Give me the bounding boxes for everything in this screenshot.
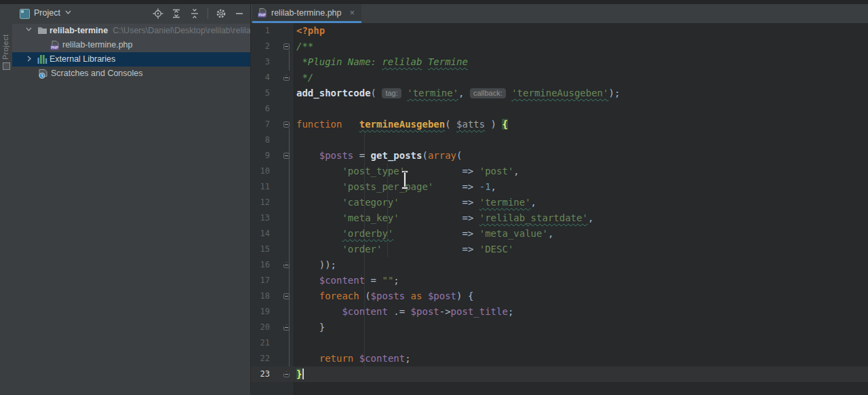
code-line[interactable]: 4 */ (251, 70, 868, 86)
code-line[interactable]: 16 )); (251, 257, 868, 273)
code-line[interactable]: 7function termineAusgeben( $atts ) { (251, 117, 868, 132)
code-text: 'meta_key' => 'relilab_startdate', (296, 210, 593, 226)
line-number[interactable]: 18 (251, 288, 270, 304)
code-line[interactable]: 23} (251, 366, 868, 382)
line-number[interactable]: 19 (251, 304, 270, 320)
project-panel-title[interactable]: Project (34, 8, 60, 18)
line-number[interactable]: 14 (251, 226, 270, 242)
line-number[interactable]: 13 (251, 210, 270, 226)
code-text: 'posts_per_page' => -1, (296, 179, 496, 195)
settings-gear-icon[interactable] (216, 8, 226, 19)
line-number[interactable]: 2 (251, 39, 270, 54)
token (422, 56, 427, 67)
token: ( (359, 290, 371, 301)
line-number[interactable]: 11 (251, 179, 270, 195)
code-line[interactable]: 13 'meta_key' => 'relilab_startdate', (251, 210, 868, 226)
fold-column (282, 132, 292, 148)
tool-window-stripe: Project (0, 4, 13, 395)
token: => (382, 244, 479, 255)
tree-item-php-file[interactable]: PHP relilab-termine.php (12, 38, 250, 52)
line-number[interactable]: 6 (251, 101, 270, 117)
token: ; (393, 275, 399, 286)
fold-close-icon[interactable] (283, 324, 290, 331)
fold-open-icon[interactable] (283, 293, 290, 299)
line-number[interactable]: 16 (251, 257, 270, 273)
tree-item-project-root[interactable]: relilab-termineC:\Users\Daniel\Desktop\r… (12, 24, 250, 38)
project-panel: Project (12, 4, 251, 395)
toolbar-divider (208, 8, 208, 19)
code-line[interactable]: 15 'order' => 'DESC' (251, 242, 868, 257)
token: 'order' (342, 244, 382, 255)
line-number[interactable]: 23 (251, 366, 270, 382)
code-line[interactable]: 21 (251, 335, 868, 351)
line-number[interactable]: 10 (251, 164, 270, 179)
project-tool-icon[interactable] (3, 62, 10, 70)
line-number[interactable]: 22 (251, 351, 270, 366)
code-line[interactable]: 2/** (251, 39, 868, 54)
code-line[interactable]: 5add_shortcode( tag: 'termine', callback… (251, 86, 868, 101)
line-number[interactable]: 1 (251, 23, 270, 39)
line-number[interactable]: 3 (251, 54, 270, 70)
fold-open-icon[interactable] (283, 121, 290, 128)
fold-column (282, 351, 292, 366)
code-line[interactable]: 1<?php (251, 23, 868, 39)
line-number[interactable]: 9 (251, 148, 270, 164)
tab-relilab-termine-php[interactable]: PHP relilab-termine.php × (252, 4, 361, 23)
fold-column (282, 288, 292, 304)
line-number[interactable]: 8 (251, 132, 270, 148)
code-line[interactable]: 22 return $content; (251, 351, 868, 366)
php-file-icon: PHP (258, 8, 267, 18)
external-libraries-label: External Libraries (50, 54, 115, 64)
code-line[interactable]: 17 $content = ""; (251, 273, 868, 288)
token (296, 290, 319, 301)
line-number[interactable]: 5 (251, 86, 270, 101)
code-line[interactable]: 18 foreach ($posts as $post) { (251, 288, 868, 304)
code-line[interactable]: 10 'post_type' => 'post', (251, 164, 868, 179)
tab-title: relilab-termine.php (271, 8, 342, 18)
token: { (502, 119, 507, 130)
code-line[interactable]: 8 (251, 132, 868, 148)
code-line[interactable]: 3 *Plugin Name: relilab Termine (251, 54, 868, 70)
line-number[interactable]: 20 (251, 320, 270, 335)
fold-close-icon[interactable] (283, 262, 290, 268)
line-number[interactable]: 12 (251, 195, 270, 210)
fold-column (282, 273, 292, 288)
code-line[interactable]: 20 } (251, 320, 868, 335)
tree-item-external-libraries[interactable]: External Libraries (12, 52, 250, 67)
token: , (531, 197, 536, 208)
token: add_shortcode (296, 88, 371, 98)
line-number[interactable]: 7 (251, 117, 270, 132)
fold-close-icon[interactable] (283, 371, 290, 377)
expand-all-icon[interactable] (171, 8, 182, 19)
project-tree: relilab-termineC:\Users\Daniel\Desktop\r… (12, 24, 250, 81)
fold-open-icon[interactable] (283, 153, 290, 159)
code-line[interactable]: 11 'posts_per_page' => -1, (251, 179, 868, 195)
chevron-collapsed-icon[interactable] (27, 56, 31, 62)
code-line[interactable]: 6 (251, 101, 868, 117)
fold-close-icon[interactable] (283, 75, 290, 81)
tree-item-scratches[interactable]: Scratches and Consoles (12, 67, 250, 81)
line-number[interactable]: 17 (251, 273, 270, 288)
editor-lines: 1<?php2/**3 *Plugin Name: relilab Termin… (251, 23, 868, 382)
hide-panel-icon[interactable] (234, 8, 245, 19)
collapse-all-icon[interactable] (189, 8, 200, 19)
code-editor[interactable]: 1<?php2/**3 *Plugin Name: relilab Termin… (251, 23, 868, 395)
locate-icon[interactable] (153, 8, 163, 19)
chevron-expanded-icon[interactable] (26, 27, 32, 31)
code-line[interactable]: 9 $posts = get_posts(array( (251, 148, 868, 164)
code-line[interactable]: 14 'orderby' => 'meta_value', (251, 226, 868, 242)
token: ; (405, 353, 410, 364)
tab-close-icon[interactable]: × (350, 8, 355, 17)
token: <?php (296, 25, 325, 36)
token: => (433, 181, 479, 192)
fold-open-icon[interactable] (283, 43, 290, 50)
token: $posts (371, 290, 406, 301)
stripe-project-button[interactable]: Project (1, 5, 11, 60)
line-number[interactable]: 4 (251, 70, 270, 86)
fold-column (282, 101, 292, 117)
line-number[interactable]: 15 (251, 242, 270, 257)
code-line[interactable]: 12 'category' => 'termine', (251, 195, 868, 210)
chevron-down-icon[interactable] (65, 10, 71, 14)
code-line[interactable]: 19 $content .= $post->post_title; (251, 304, 868, 320)
line-number[interactable]: 21 (251, 335, 270, 351)
